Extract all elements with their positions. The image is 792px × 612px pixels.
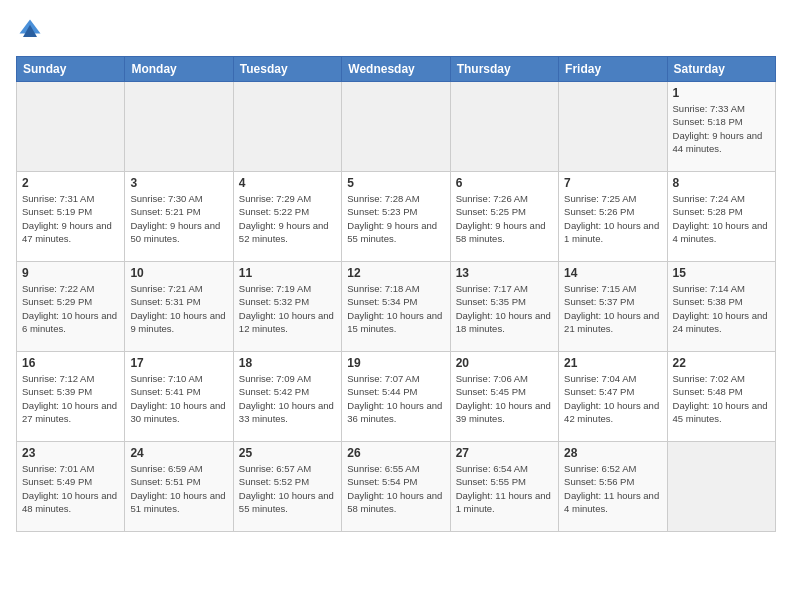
day-number: 27: [456, 446, 553, 460]
day-cell: 14Sunrise: 7:15 AM Sunset: 5:37 PM Dayli…: [559, 262, 667, 352]
day-number: 17: [130, 356, 227, 370]
day-number: 6: [456, 176, 553, 190]
day-number: 5: [347, 176, 444, 190]
day-info: Sunrise: 7:10 AM Sunset: 5:41 PM Dayligh…: [130, 372, 227, 425]
day-info: Sunrise: 7:18 AM Sunset: 5:34 PM Dayligh…: [347, 282, 444, 335]
day-number: 2: [22, 176, 119, 190]
day-number: 14: [564, 266, 661, 280]
day-info: Sunrise: 7:22 AM Sunset: 5:29 PM Dayligh…: [22, 282, 119, 335]
day-cell: 11Sunrise: 7:19 AM Sunset: 5:32 PM Dayli…: [233, 262, 341, 352]
day-info: Sunrise: 7:28 AM Sunset: 5:23 PM Dayligh…: [347, 192, 444, 245]
day-number: 16: [22, 356, 119, 370]
day-info: Sunrise: 6:59 AM Sunset: 5:51 PM Dayligh…: [130, 462, 227, 515]
day-info: Sunrise: 7:31 AM Sunset: 5:19 PM Dayligh…: [22, 192, 119, 245]
weekday-header-thursday: Thursday: [450, 57, 558, 82]
day-info: Sunrise: 7:12 AM Sunset: 5:39 PM Dayligh…: [22, 372, 119, 425]
day-number: 20: [456, 356, 553, 370]
day-cell: 22Sunrise: 7:02 AM Sunset: 5:48 PM Dayli…: [667, 352, 775, 442]
day-info: Sunrise: 7:24 AM Sunset: 5:28 PM Dayligh…: [673, 192, 770, 245]
weekday-header-wednesday: Wednesday: [342, 57, 450, 82]
week-row-1: 1Sunrise: 7:33 AM Sunset: 5:18 PM Daylig…: [17, 82, 776, 172]
day-cell: 19Sunrise: 7:07 AM Sunset: 5:44 PM Dayli…: [342, 352, 450, 442]
day-cell: 10Sunrise: 7:21 AM Sunset: 5:31 PM Dayli…: [125, 262, 233, 352]
day-number: 24: [130, 446, 227, 460]
day-cell: 15Sunrise: 7:14 AM Sunset: 5:38 PM Dayli…: [667, 262, 775, 352]
day-info: Sunrise: 7:25 AM Sunset: 5:26 PM Dayligh…: [564, 192, 661, 245]
weekday-header-sunday: Sunday: [17, 57, 125, 82]
day-number: 10: [130, 266, 227, 280]
day-cell: 4Sunrise: 7:29 AM Sunset: 5:22 PM Daylig…: [233, 172, 341, 262]
day-cell: 2Sunrise: 7:31 AM Sunset: 5:19 PM Daylig…: [17, 172, 125, 262]
day-number: 26: [347, 446, 444, 460]
day-cell: 5Sunrise: 7:28 AM Sunset: 5:23 PM Daylig…: [342, 172, 450, 262]
day-number: 15: [673, 266, 770, 280]
day-number: 8: [673, 176, 770, 190]
weekday-header-row: SundayMondayTuesdayWednesdayThursdayFrid…: [17, 57, 776, 82]
week-row-3: 9Sunrise: 7:22 AM Sunset: 5:29 PM Daylig…: [17, 262, 776, 352]
logo-icon: [16, 16, 44, 44]
logo: [16, 16, 48, 44]
week-row-5: 23Sunrise: 7:01 AM Sunset: 5:49 PM Dayli…: [17, 442, 776, 532]
day-cell: 12Sunrise: 7:18 AM Sunset: 5:34 PM Dayli…: [342, 262, 450, 352]
day-cell: 1Sunrise: 7:33 AM Sunset: 5:18 PM Daylig…: [667, 82, 775, 172]
calendar-table: SundayMondayTuesdayWednesdayThursdayFrid…: [16, 56, 776, 532]
day-number: 21: [564, 356, 661, 370]
page-header: [16, 16, 776, 44]
day-cell: [17, 82, 125, 172]
day-cell: 17Sunrise: 7:10 AM Sunset: 5:41 PM Dayli…: [125, 352, 233, 442]
day-cell: 20Sunrise: 7:06 AM Sunset: 5:45 PM Dayli…: [450, 352, 558, 442]
day-info: Sunrise: 7:06 AM Sunset: 5:45 PM Dayligh…: [456, 372, 553, 425]
day-number: 3: [130, 176, 227, 190]
day-info: Sunrise: 7:33 AM Sunset: 5:18 PM Dayligh…: [673, 102, 770, 155]
day-number: 19: [347, 356, 444, 370]
day-info: Sunrise: 7:30 AM Sunset: 5:21 PM Dayligh…: [130, 192, 227, 245]
day-cell: 13Sunrise: 7:17 AM Sunset: 5:35 PM Dayli…: [450, 262, 558, 352]
day-info: Sunrise: 6:57 AM Sunset: 5:52 PM Dayligh…: [239, 462, 336, 515]
day-info: Sunrise: 7:19 AM Sunset: 5:32 PM Dayligh…: [239, 282, 336, 335]
day-number: 25: [239, 446, 336, 460]
day-cell: 21Sunrise: 7:04 AM Sunset: 5:47 PM Dayli…: [559, 352, 667, 442]
day-info: Sunrise: 7:04 AM Sunset: 5:47 PM Dayligh…: [564, 372, 661, 425]
day-info: Sunrise: 7:17 AM Sunset: 5:35 PM Dayligh…: [456, 282, 553, 335]
day-cell: 25Sunrise: 6:57 AM Sunset: 5:52 PM Dayli…: [233, 442, 341, 532]
weekday-header-friday: Friday: [559, 57, 667, 82]
day-info: Sunrise: 7:01 AM Sunset: 5:49 PM Dayligh…: [22, 462, 119, 515]
day-info: Sunrise: 6:55 AM Sunset: 5:54 PM Dayligh…: [347, 462, 444, 515]
day-cell: [125, 82, 233, 172]
day-info: Sunrise: 7:09 AM Sunset: 5:42 PM Dayligh…: [239, 372, 336, 425]
day-cell: [233, 82, 341, 172]
week-row-4: 16Sunrise: 7:12 AM Sunset: 5:39 PM Dayli…: [17, 352, 776, 442]
day-cell: 28Sunrise: 6:52 AM Sunset: 5:56 PM Dayli…: [559, 442, 667, 532]
day-number: 9: [22, 266, 119, 280]
day-number: 23: [22, 446, 119, 460]
day-number: 11: [239, 266, 336, 280]
day-number: 28: [564, 446, 661, 460]
day-cell: 27Sunrise: 6:54 AM Sunset: 5:55 PM Dayli…: [450, 442, 558, 532]
day-cell: 18Sunrise: 7:09 AM Sunset: 5:42 PM Dayli…: [233, 352, 341, 442]
day-cell: 23Sunrise: 7:01 AM Sunset: 5:49 PM Dayli…: [17, 442, 125, 532]
day-number: 7: [564, 176, 661, 190]
day-cell: 6Sunrise: 7:26 AM Sunset: 5:25 PM Daylig…: [450, 172, 558, 262]
day-cell: 16Sunrise: 7:12 AM Sunset: 5:39 PM Dayli…: [17, 352, 125, 442]
day-number: 12: [347, 266, 444, 280]
day-cell: 24Sunrise: 6:59 AM Sunset: 5:51 PM Dayli…: [125, 442, 233, 532]
day-info: Sunrise: 7:15 AM Sunset: 5:37 PM Dayligh…: [564, 282, 661, 335]
day-info: Sunrise: 7:02 AM Sunset: 5:48 PM Dayligh…: [673, 372, 770, 425]
day-info: Sunrise: 7:21 AM Sunset: 5:31 PM Dayligh…: [130, 282, 227, 335]
day-info: Sunrise: 7:07 AM Sunset: 5:44 PM Dayligh…: [347, 372, 444, 425]
weekday-header-monday: Monday: [125, 57, 233, 82]
day-info: Sunrise: 7:14 AM Sunset: 5:38 PM Dayligh…: [673, 282, 770, 335]
day-info: Sunrise: 7:26 AM Sunset: 5:25 PM Dayligh…: [456, 192, 553, 245]
day-cell: [667, 442, 775, 532]
day-cell: [342, 82, 450, 172]
day-info: Sunrise: 7:29 AM Sunset: 5:22 PM Dayligh…: [239, 192, 336, 245]
week-row-2: 2Sunrise: 7:31 AM Sunset: 5:19 PM Daylig…: [17, 172, 776, 262]
day-cell: 9Sunrise: 7:22 AM Sunset: 5:29 PM Daylig…: [17, 262, 125, 352]
day-cell: 8Sunrise: 7:24 AM Sunset: 5:28 PM Daylig…: [667, 172, 775, 262]
day-number: 4: [239, 176, 336, 190]
day-cell: [559, 82, 667, 172]
weekday-header-saturday: Saturday: [667, 57, 775, 82]
day-cell: 3Sunrise: 7:30 AM Sunset: 5:21 PM Daylig…: [125, 172, 233, 262]
day-number: 18: [239, 356, 336, 370]
day-number: 22: [673, 356, 770, 370]
